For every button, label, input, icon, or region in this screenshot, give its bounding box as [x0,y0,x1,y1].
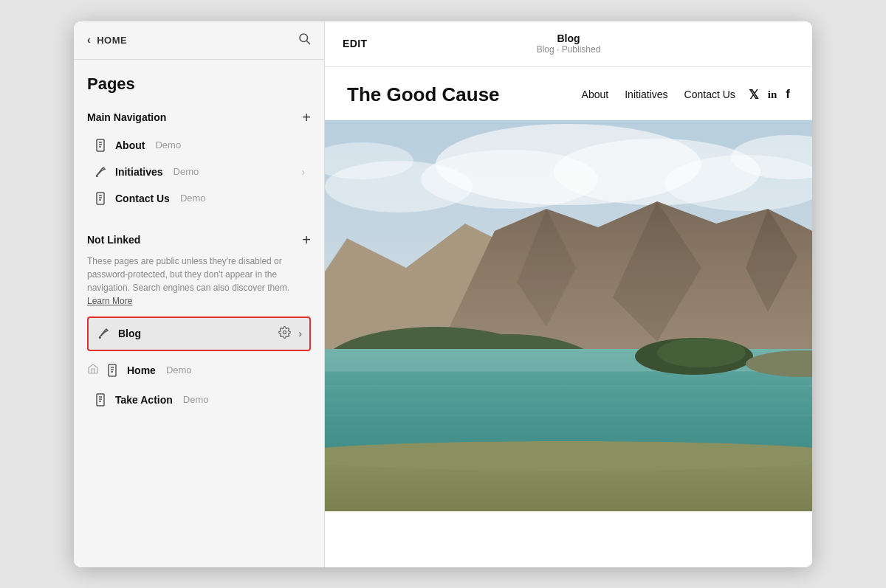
nav-badge-contact: Demo [180,193,206,204]
nav-item-initiatives[interactable]: Initiatives Demo › [87,159,311,185]
nav-label-initiatives: Initiatives [115,166,163,178]
linkedin-icon[interactable]: in [768,89,777,101]
page-icon-contact [93,192,108,205]
not-linked-section: Not Linked + These pages are public unle… [87,232,311,413]
svg-rect-2 [97,139,104,151]
blog-label: Blog [118,328,271,339]
svg-point-12 [284,331,286,333]
page-icon-home [105,364,120,377]
nav-badge-take-action: Demo [183,394,209,405]
nav-label-home: Home [127,364,156,376]
search-button[interactable] [298,32,311,49]
sidebar-content: Pages Main Navigation + About Demo [74,60,324,567]
not-linked-section-header: Not Linked + [87,232,311,247]
nav-item-about[interactable]: About Demo [87,132,311,159]
blog-item[interactable]: Blog › [87,317,311,351]
svg-line-1 [307,41,310,44]
page-icon-about [93,139,108,152]
nav-link-contact[interactable]: Contact Us [684,89,735,100]
site-nav: About Initiatives Contact Us [582,89,735,100]
home-icon [87,363,99,378]
social-icons: 𝕏 in f [749,87,790,103]
nav-label-contact: Contact Us [115,193,170,204]
top-bar-center: Blog Blog · Published [537,32,601,55]
main-content: EDIT Blog Blog · Published The Good Caus… [325,21,812,567]
page-icon-take-action [93,393,108,407]
topbar-page-subtitle: Blog · Published [537,44,601,55]
nav-link-about[interactable]: About [582,89,609,100]
nav-item-home[interactable]: Home Demo [102,357,311,384]
svg-rect-7 [97,193,104,204]
not-linked-desc: These pages are public unless they're di… [87,255,311,308]
back-home-button[interactable]: ‹ HOME [87,34,127,46]
add-main-nav-button[interactable]: + [302,110,311,125]
svg-rect-17 [97,394,104,406]
nav-label-take-action: Take Action [115,394,173,406]
chevron-right-icon-blog: › [298,328,302,339]
nav-item-contact[interactable]: Contact Us Demo [87,185,311,212]
twitter-icon[interactable]: 𝕏 [749,87,759,103]
top-bar: EDIT Blog Blog · Published [325,21,812,67]
learn-more-link[interactable]: Learn More [87,296,132,306]
topbar-page-title: Blog [537,32,601,44]
nav-badge-home: Demo [166,364,192,376]
svg-point-46 [657,338,746,367]
site-name: The Good Cause [347,83,582,106]
chevron-left-icon: ‹ [87,34,91,46]
svg-point-0 [300,34,308,42]
page-icon-initiatives [93,165,108,179]
back-home-label: HOME [97,35,127,46]
nav-badge-initiatives: Demo [174,166,199,177]
svg-rect-13 [109,364,116,376]
add-not-linked-button[interactable]: + [302,232,311,247]
nav-item-take-action[interactable]: Take Action Demo [87,387,311,413]
nav-badge-about: Demo [155,139,181,151]
main-nav-title: Main Navigation [87,111,166,123]
chevron-right-icon-initiatives: › [301,166,305,178]
nav-label-about: About [115,139,145,151]
facebook-icon[interactable]: f [786,87,790,102]
site-header: The Good Cause About Initiatives Contact… [325,67,812,120]
svg-point-44 [325,441,812,471]
main-nav-section-header: Main Navigation + [87,110,311,125]
not-linked-title: Not Linked [87,234,140,246]
page-icon-blog [96,328,111,339]
sidebar: ‹ HOME Pages Main Navigation + [74,21,325,567]
sidebar-header: ‹ HOME [74,21,324,60]
edit-label[interactable]: EDIT [343,38,368,49]
nav-link-initiatives[interactable]: Initiatives [625,89,667,100]
pages-title: Pages [87,75,311,94]
preview-area: The Good Cause About Initiatives Contact… [325,67,812,567]
gear-icon[interactable] [278,326,291,342]
home-item-row: Home Demo [87,354,311,387]
hero-image [325,120,812,511]
